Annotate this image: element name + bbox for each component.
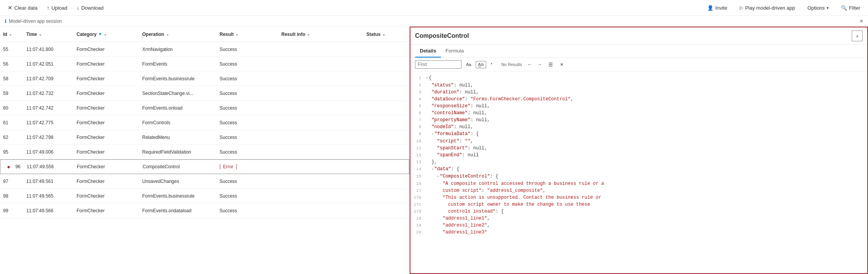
- row-indicator: 99: [0, 208, 23, 213]
- table-row[interactable]: 5911:07:42.732FormCheckerSectionStateCha…: [0, 86, 409, 101]
- table-row[interactable]: ●9611:07:49.556FormCheckerCompositeContr…: [0, 159, 409, 174]
- table-row[interactable]: 9511:07:49.006FormCheckerRequiredFieldVa…: [0, 145, 409, 159]
- col-operation[interactable]: Operation ⌄: [139, 32, 216, 37]
- find-prev-button[interactable]: ←: [526, 61, 534, 68]
- col-time[interactable]: Time ⌄: [23, 32, 73, 37]
- line-number: 4: [410, 96, 424, 103]
- filter-icon: 🔍: [841, 5, 847, 11]
- row-result: Success: [216, 47, 278, 52]
- row-category: FormChecker: [73, 76, 139, 81]
- row-operation: FormEvents.onload: [139, 105, 216, 111]
- match-whole-word-button[interactable]: A̲b: [476, 61, 486, 68]
- table-row[interactable]: 6111:07:42.775FormCheckerFormControlsSuc…: [0, 115, 409, 130]
- row-operation: FormEvents.businessrule: [139, 193, 216, 199]
- row-result: Success: [216, 76, 278, 81]
- row-indicator: 56: [0, 61, 23, 67]
- row-category: FormChecker: [73, 91, 139, 96]
- row-time: 11:07:42.709: [23, 76, 73, 81]
- row-time: 11:07:42.798: [23, 135, 73, 140]
- table-row[interactable]: 9811:07:49.565FormCheckerFormEvents.busi…: [0, 189, 409, 203]
- code-line: 15 ▾"CompositeControl": {: [410, 173, 867, 180]
- sort-icon-category: ⌄: [104, 32, 107, 36]
- upload-button[interactable]: ↑ Upload: [44, 3, 70, 12]
- download-label: Download: [81, 5, 104, 11]
- row-result: Success: [216, 105, 278, 111]
- line-content: ▾"CompositeControl": {: [424, 173, 867, 180]
- find-close-button[interactable]: ✕: [558, 61, 566, 68]
- filter-label: Filter: [849, 5, 860, 11]
- play-button[interactable]: ▷ Play model-driven app: [737, 3, 798, 12]
- line-number: 12: [410, 152, 424, 159]
- table-row[interactable]: 9711:07:49.561FormCheckerUnsavedChangesS…: [0, 174, 409, 189]
- use-regex-button[interactable]: *: [488, 61, 495, 68]
- invite-button[interactable]: 👤 Invite: [704, 3, 730, 12]
- row-operation: UnsavedChanges: [139, 179, 216, 184]
- code-line: 19 "address1_line2",: [410, 222, 867, 229]
- code-line: 18 "address1_line1",: [410, 215, 867, 222]
- col-status[interactable]: Status ⌄: [363, 32, 410, 37]
- main-layout: Id ⌄ Time ⌄ Category ▼ ⌄ Operation ⌄ Res…: [0, 27, 868, 274]
- code-line: 20 "address1_line3": [410, 229, 867, 236]
- col-id[interactable]: Id ⌄: [0, 32, 23, 37]
- table-header: Id ⌄ Time ⌄ Category ▼ ⌄ Operation ⌄ Res…: [0, 27, 409, 42]
- line-content: custom script owner to make the change t…: [424, 201, 867, 208]
- code-line: 6 "controlName": null,: [410, 110, 867, 117]
- row-operation: FormControls: [139, 120, 216, 125]
- row-indicator: 98: [0, 193, 23, 199]
- find-input[interactable]: [415, 60, 461, 69]
- table-row[interactable]: 6011:07:42.742FormCheckerFormEvents.onlo…: [0, 101, 409, 115]
- download-button[interactable]: ↓ Download: [73, 3, 107, 12]
- line-number: 9: [410, 130, 424, 138]
- row-time: 11:07:49.566: [23, 208, 73, 213]
- filter-icon-category: ▼: [98, 32, 102, 36]
- row-operation: FormEvents: [139, 61, 216, 67]
- row-category: FormChecker: [73, 179, 139, 184]
- row-result: Success: [216, 91, 278, 96]
- session-bar: ℹ Model-driven app session ✕: [0, 16, 868, 27]
- match-case-button[interactable]: Aa: [464, 61, 473, 68]
- options-chevron-icon: ▾: [827, 6, 829, 10]
- options-button[interactable]: Options ▾: [804, 3, 832, 12]
- upload-label: Upload: [51, 5, 67, 11]
- filter-button[interactable]: 🔍 Filter: [838, 3, 863, 12]
- panel-expand-button[interactable]: ›: [852, 30, 863, 41]
- code-line: 10 "script": "",: [410, 138, 867, 145]
- col-result-info[interactable]: Result info ⌄: [278, 32, 363, 37]
- find-separator: [497, 61, 497, 68]
- code-line: 17c custom script owner to make the chan…: [410, 201, 867, 208]
- table-row[interactable]: 9911:07:49.566FormCheckerFormEvents.onda…: [0, 203, 409, 218]
- row-time: 11:07:49.556: [24, 164, 74, 169]
- line-content: ▾"formulaData": {: [424, 130, 867, 138]
- close-session-icon[interactable]: ✕: [859, 19, 863, 24]
- line-content: "duration": null,: [424, 89, 867, 96]
- line-number: 18: [410, 215, 424, 222]
- table-row[interactable]: 5611:07:42.051FormCheckerFormEventsSucce…: [0, 57, 409, 71]
- col-category[interactable]: Category ▼ ⌄: [73, 32, 139, 37]
- table-row[interactable]: 5811:07:42.709FormCheckerFormEvents.busi…: [0, 71, 409, 86]
- find-bar: Aa A̲b * No Results ← → ☰ ✕: [410, 58, 867, 71]
- code-view[interactable]: 1▾{2 "status": null,3 "duration": null,4…: [410, 71, 867, 273]
- row-category: FormChecker: [73, 47, 139, 52]
- find-next-button[interactable]: →: [536, 61, 544, 68]
- line-number: 2: [410, 82, 424, 89]
- clear-icon: ✕: [8, 5, 12, 11]
- line-number: 17: [410, 187, 424, 194]
- play-label: Play model-driven app: [745, 5, 795, 11]
- row-time: 11:07:49.561: [23, 179, 73, 184]
- row-time: 11:07:41.800: [23, 47, 73, 52]
- table-row[interactable]: 6211:07:42.798FormCheckerRelatedMenuSucc…: [0, 130, 409, 145]
- session-label: Model-driven app session: [9, 19, 62, 24]
- row-category: FormChecker: [73, 135, 139, 140]
- clear-data-button[interactable]: ✕ Clear data: [5, 3, 41, 12]
- code-line: 7 "propertyName": null,: [410, 117, 867, 123]
- row-result: Success: [216, 208, 278, 213]
- find-layout-button[interactable]: ☰: [546, 61, 555, 69]
- tab-formula[interactable]: Formula: [441, 45, 469, 58]
- tab-details[interactable]: Details: [415, 45, 441, 58]
- sort-icon-status: ⌄: [382, 32, 385, 36]
- row-indicator: 55: [0, 47, 23, 52]
- invite-icon: 👤: [707, 5, 713, 11]
- col-result[interactable]: Result ⌄: [216, 32, 278, 37]
- table-row[interactable]: 5511:07:41.800FormCheckerXrmNavigationSu…: [0, 42, 409, 57]
- line-content: "responseSize": null,: [424, 103, 867, 110]
